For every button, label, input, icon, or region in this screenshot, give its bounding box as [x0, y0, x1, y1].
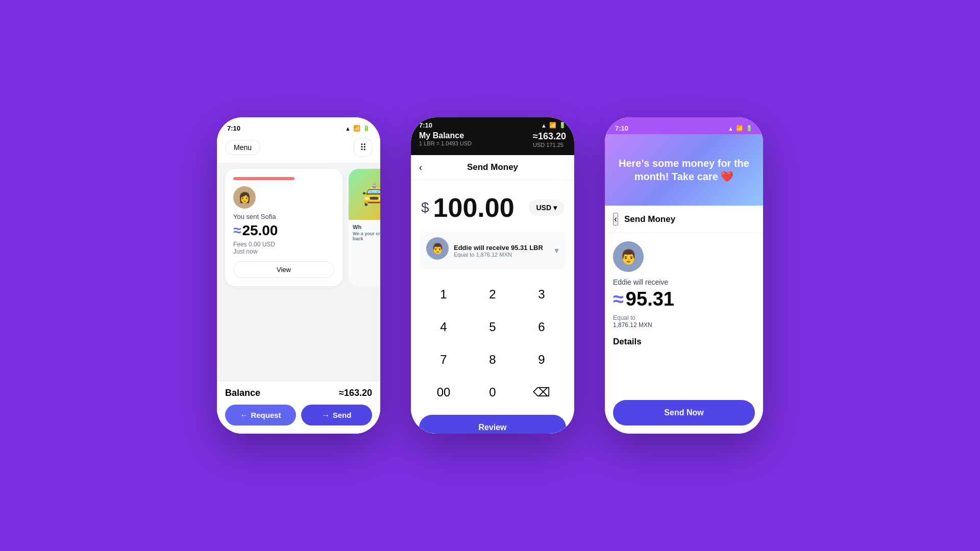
chevron-down-icon: ▾	[553, 204, 557, 212]
menu-button[interactable]: Menu	[225, 140, 260, 155]
will-receive-label: Eddie will receive	[613, 278, 755, 286]
phone-1-header: Menu ⠿	[217, 134, 380, 163]
qr-button[interactable]: ⠿	[354, 138, 372, 157]
promo-subtitle: We a your cryp back	[353, 231, 380, 241]
battery-icon-2: 🔋	[559, 122, 566, 129]
balance-left: My Balance 1 LBR = 1.0493 USD	[419, 131, 472, 146]
transaction-card: 👩 You sent Sofia ≈ 25.00 Fees 0.00 USD J…	[225, 169, 342, 286]
num-2-key[interactable]: 2	[470, 280, 515, 309]
num-5-key[interactable]: 5	[470, 313, 515, 341]
phone-1-time: 7:10	[227, 124, 240, 132]
num-00-key[interactable]: 00	[421, 378, 466, 407]
tilde-icon-3: ≈	[613, 288, 624, 310]
back-button[interactable]: ‹	[419, 162, 422, 173]
phone-2: 7:10 ▲ 📶 🔋 My Balance 1 LBR = 1.0493 USD…	[411, 117, 574, 434]
dollar-sign: $	[421, 199, 429, 216]
hero-message: Here's some money for the month! Take ca…	[615, 157, 753, 183]
card-accent-bar	[233, 177, 295, 180]
battery-icon-3: 🔋	[746, 125, 753, 132]
phones-container: 7:10 ▲ 📶 🔋 Menu ⠿ 👩	[217, 117, 763, 434]
signal-icon-2: ▲	[541, 122, 547, 129]
balance-footer: Balance ≈163.20 ← Request → Send	[217, 382, 380, 434]
mxn-amount: 1,876.12 MXN	[613, 321, 755, 329]
request-button[interactable]: ← Request	[225, 405, 296, 425]
action-buttons: ← Request → Send	[225, 405, 372, 425]
recipient-info: Eddie will receive 95.31 LBR Equal to 1,…	[454, 244, 549, 258]
tilde-icon: ≈	[233, 222, 241, 239]
details-section: Details	[605, 337, 763, 351]
eddie-avatar-lg: 👨	[613, 241, 644, 272]
send-money-header-3: ‹ Send Money	[605, 206, 763, 233]
balance-header: My Balance 1 LBR = 1.0493 USD ≈163.20 US…	[419, 131, 566, 148]
num-3-key[interactable]: 3	[519, 280, 564, 309]
num-1-key[interactable]: 1	[421, 280, 466, 309]
send-icon: →	[322, 411, 330, 419]
num-8-key[interactable]: 8	[470, 345, 515, 374]
recipient-section: 👨 Eddie will receive ≈ 95.31 Equal to 1,…	[605, 233, 763, 337]
num-6-key[interactable]: 6	[519, 313, 564, 341]
send-now-container: Send Now	[605, 392, 763, 434]
equal-to-label: Equal to	[613, 314, 755, 321]
view-button[interactable]: View	[233, 261, 334, 278]
my-balance-label: My Balance	[419, 131, 472, 140]
wifi-icon-2: 📶	[549, 122, 556, 129]
phone-2-status-icons: ▲ 📶 🔋	[541, 122, 566, 129]
phone-1-status-bar: 7:10 ▲ 📶 🔋	[217, 117, 380, 134]
currency-selector[interactable]: USD ▾	[529, 199, 564, 216]
eddie-avatar-sm: 👨	[426, 237, 449, 260]
qr-icon: ⠿	[360, 142, 366, 153]
sent-label: You sent Sofia	[233, 213, 334, 220]
fees-label: Fees 0.00 USD	[233, 241, 334, 248]
send-money-header: ‹ Send Money	[411, 155, 574, 180]
phone-3-status-icons: ▲ 📶 🔋	[728, 125, 753, 132]
num-4-key[interactable]: 4	[421, 313, 466, 341]
phone-3: 7:10 ▲ 📶 🔋 Here's some money for the mon…	[605, 117, 763, 434]
recipient-name: Eddie will receive 95.31 LBR	[454, 244, 549, 252]
back-button-3[interactable]: ‹	[613, 213, 618, 226]
phone-2-header: 7:10 ▲ 📶 🔋 My Balance 1 LBR = 1.0493 USD…	[411, 117, 574, 155]
review-button[interactable]: Review	[419, 415, 566, 434]
phone-3-time: 7:10	[615, 124, 628, 132]
recipient-row: 👨 Eddie will receive 95.31 LBR Equal to …	[419, 231, 566, 270]
details-title: Details	[613, 337, 755, 347]
sent-amount: ≈ 25.00	[233, 222, 334, 239]
num-9-key[interactable]: 9	[519, 345, 564, 374]
wifi-icon: 📶	[353, 125, 360, 132]
battery-icon: 🔋	[363, 125, 370, 132]
phone-3-status-bar: 7:10 ▲ 📶 🔋	[605, 117, 763, 134]
phone-2-time: 7:10	[419, 121, 432, 129]
promo-card: 🚖 Wh We a your cryp back	[349, 169, 380, 286]
balance-label: Balance	[225, 388, 260, 398]
receive-amount: ≈ 95.31	[613, 288, 755, 310]
phone-2-status-bar: 7:10 ▲ 📶 🔋	[419, 121, 566, 131]
signal-icon: ▲	[345, 126, 351, 132]
lbr-rate: 1 LBR = 1.0493 USD	[419, 140, 472, 146]
balance-amount: ≈163.20	[339, 388, 372, 398]
num-7-key[interactable]: 7	[421, 345, 466, 374]
balance-right: ≈163.20 USD 171.25	[533, 131, 566, 148]
send-button[interactable]: → Send	[301, 405, 372, 425]
sofia-avatar: 👩	[233, 186, 256, 209]
promo-title: Wh We a your cryp back	[349, 220, 380, 245]
num-0-key[interactable]: 0	[470, 378, 515, 407]
review-btn-container: Review	[411, 407, 574, 434]
amount-display: $ 100.00 USD ▾	[411, 180, 574, 231]
phone-1: 7:10 ▲ 📶 🔋 Menu ⠿ 👩	[217, 117, 380, 434]
cards-area: 👩 You sent Sofia ≈ 25.00 Fees 0.00 USD J…	[217, 163, 380, 292]
signal-icon-3: ▲	[728, 126, 733, 132]
time-label: Just now	[233, 248, 334, 255]
usd-amount: USD 171.25	[533, 142, 566, 148]
hero-section: Here's some money for the month! Take ca…	[605, 134, 763, 206]
request-icon: ←	[240, 411, 248, 419]
expand-icon[interactable]: ▾	[554, 245, 559, 256]
phone-1-status-icons: ▲ 📶 🔋	[345, 125, 370, 132]
amount-number: 100.00	[433, 192, 514, 223]
wifi-icon-3: 📶	[736, 125, 743, 132]
send-money-title: Send Money	[467, 162, 518, 172]
recipient-equiv: Equal to 1,876.12 MXN	[454, 252, 549, 258]
numpad: 1 2 3 4 5 6 7 8 9 00 0 ⌫	[411, 280, 574, 407]
balance-row: Balance ≈163.20	[225, 388, 372, 398]
promo-image: 🚖	[349, 169, 380, 220]
backspace-key[interactable]: ⌫	[519, 378, 564, 407]
send-now-button[interactable]: Send Now	[613, 400, 755, 425]
